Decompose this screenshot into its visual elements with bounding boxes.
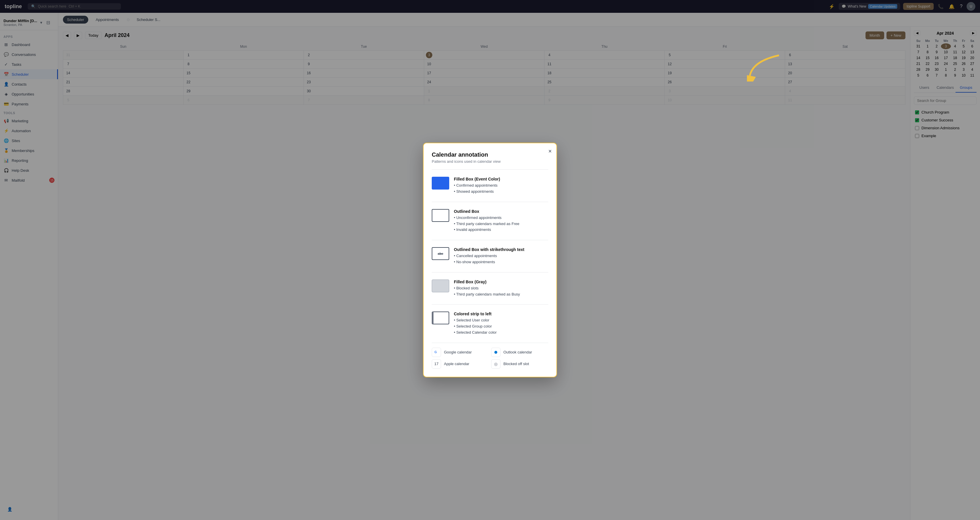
- divider-1: [432, 170, 548, 170]
- divider-2: [432, 202, 548, 202]
- outlined-item-2: Third party calendars marked as Free: [454, 221, 519, 227]
- filled-blue-box: [432, 177, 449, 190]
- google-calendar-label: Google calendar: [444, 350, 472, 354]
- calendar-annotation-modal: × Calendar annotation Patterns and icons…: [423, 143, 557, 377]
- outlined-item-1: Unconfirmed appointments: [454, 215, 519, 221]
- outlined-strike-content: Outlined Box with strikethrough text Can…: [454, 247, 524, 265]
- arrow-annotation: [747, 52, 782, 83]
- annotation-colored-strip: Colored strip to left Selected User colo…: [432, 309, 548, 338]
- modal-close-button[interactable]: ×: [548, 148, 552, 155]
- google-calendar-item: G Google calendar: [432, 348, 489, 357]
- modal-subtitle: Patterns and icons used in calendar view: [432, 159, 548, 163]
- blocked-slot-item: ◎ Blocked off slot: [491, 359, 548, 369]
- icons-grid: G Google calendar Outlook calendar 17 Ap…: [432, 348, 548, 369]
- apple-calendar-item: 17 Apple calendar: [432, 359, 489, 369]
- filled-blue-item-1: Confirmed appointments: [454, 182, 500, 189]
- colored-strip-content: Colored strip to left Selected User colo…: [454, 312, 497, 335]
- svg-point-2: [494, 351, 497, 354]
- colored-strip-item-3: Selected Calendar color: [454, 330, 497, 336]
- outlined-box: [432, 209, 449, 222]
- filled-gray-box: [432, 279, 449, 292]
- filled-gray-content: Filled Box (Gray) Blocked slots Third pa…: [454, 279, 520, 298]
- outlined-strike-item-1: Cancelled appointments: [454, 253, 524, 259]
- blocked-slot-label: Blocked off slot: [503, 361, 529, 366]
- filled-blue-title: Filled Box (Event Color): [454, 177, 500, 181]
- divider-3: [432, 240, 548, 240]
- outlook-calendar-item: Outlook calendar: [491, 348, 548, 357]
- modal-title: Calendar annotation: [432, 151, 548, 158]
- apple-calendar-label: Apple calendar: [444, 361, 469, 366]
- colored-strip-item-2: Selected Group color: [454, 323, 497, 330]
- annotation-filled-gray: Filled Box (Gray) Blocked slots Third pa…: [432, 277, 548, 300]
- annotation-filled-blue: Filled Box (Event Color) Confirmed appoi…: [432, 174, 548, 197]
- filled-gray-title: Filled Box (Gray): [454, 279, 520, 284]
- colored-strip-box: [432, 312, 449, 324]
- annotation-outlined-strike: abc Outlined Box with strikethrough text…: [432, 245, 548, 268]
- filled-blue-item-2: Showed appointments: [454, 189, 500, 195]
- filled-gray-item-1: Blocked slots: [454, 285, 520, 292]
- outlined-strike-title: Outlined Box with strikethrough text: [454, 247, 524, 252]
- outlined-title: Outlined Box: [454, 209, 519, 214]
- modal-overlay[interactable]: × Calendar annotation Patterns and icons…: [0, 0, 980, 520]
- blocked-slot-icon: ◎: [491, 359, 501, 369]
- apple-calendar-icon: 17: [432, 359, 441, 369]
- divider-5: [432, 304, 548, 304]
- outlook-calendar-icon: [491, 348, 501, 357]
- outlined-strike-item-2: No-show appointments: [454, 259, 524, 265]
- google-calendar-icon: G: [432, 348, 441, 357]
- outlined-strike-box: abc: [432, 247, 449, 260]
- filled-gray-item-2: Third party calendars marked as Busy: [454, 292, 520, 298]
- colored-strip-title: Colored strip to left: [454, 312, 497, 316]
- outlined-content: Outlined Box Unconfirmed appointments Th…: [454, 209, 519, 233]
- outlook-calendar-label: Outlook calendar: [503, 350, 532, 354]
- filled-blue-content: Filled Box (Event Color) Confirmed appoi…: [454, 177, 500, 195]
- annotation-outlined: Outlined Box Unconfirmed appointments Th…: [432, 207, 548, 235]
- svg-text:G: G: [434, 350, 437, 354]
- divider-4: [432, 272, 548, 273]
- colored-strip-item-1: Selected User color: [454, 317, 497, 323]
- outlined-item-3: Invalid appointments: [454, 227, 519, 233]
